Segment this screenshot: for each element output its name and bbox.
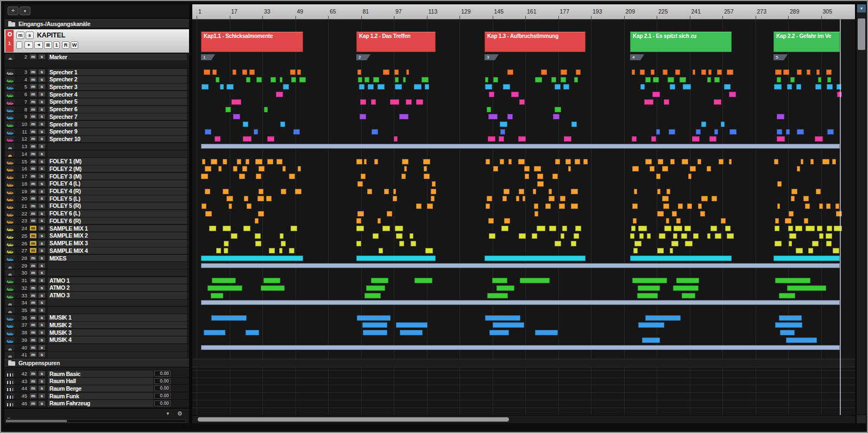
clip[interactable]	[709, 136, 716, 142]
clip[interactable]	[817, 226, 822, 231]
clip[interactable]	[561, 69, 567, 75]
clip[interactable]	[676, 218, 681, 224]
solo-button[interactable]: s	[38, 129, 46, 135]
clip[interactable]	[727, 69, 734, 75]
clip[interactable]	[356, 159, 362, 164]
clip[interactable]	[537, 226, 545, 231]
clip[interactable]	[524, 166, 530, 171]
clip[interactable]	[204, 69, 210, 75]
clip[interactable]	[410, 233, 413, 239]
track-list-settings-icon[interactable]: ⚙	[175, 410, 185, 417]
track-row-foley-2-m-[interactable]: 16msFOLEY 2 (M)	[4, 165, 189, 173]
clip[interactable]	[496, 285, 514, 291]
clip[interactable]	[725, 226, 731, 231]
clip[interactable]	[714, 129, 719, 135]
clip[interactable]	[207, 285, 242, 291]
clip[interactable]	[267, 136, 274, 142]
mute-button[interactable]: m	[29, 352, 37, 358]
clip[interactable]	[673, 285, 699, 291]
track-row-sample-mix-3[interactable]: 26msSAMPLE MIX 3	[4, 240, 189, 247]
mute-button[interactable]: m	[29, 337, 37, 343]
clip[interactable]	[205, 189, 210, 194]
clip[interactable]	[493, 166, 498, 171]
clip[interactable]	[775, 69, 782, 75]
clip[interactable]	[205, 129, 211, 135]
clip[interactable]	[651, 69, 654, 75]
clip[interactable]	[227, 196, 234, 201]
chapter-marker[interactable]: Kap1.1 - Schicksalmomente	[201, 31, 303, 52]
clip[interactable]	[826, 233, 832, 239]
solo-button[interactable]: s	[38, 378, 46, 384]
clip[interactable]	[218, 166, 222, 171]
clip[interactable]	[243, 226, 250, 231]
clip[interactable]	[564, 136, 571, 142]
timeline-ruler[interactable]: 1173349658197113129145161177193209225241…	[192, 4, 855, 20]
mute-button[interactable]: m	[29, 393, 37, 399]
clip[interactable]	[816, 69, 819, 75]
clip[interactable]	[708, 69, 712, 75]
clip[interactable]	[535, 330, 558, 335]
clip[interactable]	[777, 136, 785, 142]
clip[interactable]	[632, 203, 637, 209]
clip[interactable]	[519, 99, 525, 105]
clip[interactable]	[488, 136, 495, 142]
clip[interactable]	[710, 226, 717, 231]
clip[interactable]	[777, 114, 784, 119]
clip[interactable]	[678, 203, 683, 209]
clip[interactable]	[697, 159, 701, 164]
clip[interactable]	[687, 203, 692, 209]
divider-clip[interactable]	[201, 263, 840, 268]
mute-button[interactable]: m	[29, 385, 37, 391]
clip[interactable]	[826, 203, 831, 209]
clip[interactable]	[534, 166, 541, 171]
clip[interactable]	[775, 241, 782, 246]
clip[interactable]	[269, 248, 275, 253]
mute-button[interactable]: m	[29, 371, 37, 377]
track-row-marker[interactable]: 2msMarker	[4, 53, 189, 68]
clip[interactable]	[810, 159, 814, 164]
solo-button[interactable]: s	[38, 181, 46, 187]
clip[interactable]	[356, 218, 361, 224]
clip[interactable]	[249, 69, 255, 75]
clip[interactable]	[356, 256, 436, 261]
clip[interactable]	[225, 107, 231, 112]
clip[interactable]	[356, 241, 361, 246]
clip[interactable]	[714, 99, 721, 105]
track-row-sprecher-1[interactable]: 3msSprecher 1	[4, 68, 189, 76]
mute-button[interactable]: m	[29, 99, 37, 105]
clip[interactable]	[280, 122, 285, 127]
clip[interactable]	[555, 84, 561, 90]
clip[interactable]	[371, 99, 376, 105]
clip[interactable]	[424, 174, 430, 179]
track-row-sprecher-9[interactable]: 11msSprecher 9	[4, 128, 189, 136]
clip[interactable]	[634, 189, 637, 194]
clip[interactable]	[786, 338, 817, 343]
marker-flag[interactable]: 2	[356, 54, 370, 60]
clip[interactable]	[416, 99, 424, 105]
clip[interactable]	[683, 84, 691, 90]
clip[interactable]	[696, 129, 701, 135]
clip[interactable]	[668, 77, 674, 82]
solo-button[interactable]: s	[38, 203, 46, 209]
clip[interactable]	[827, 77, 831, 82]
clip[interactable]	[561, 77, 566, 82]
clip[interactable]	[281, 189, 286, 194]
clip[interactable]	[246, 330, 259, 335]
clip[interactable]	[576, 69, 581, 75]
clip[interactable]	[672, 211, 677, 217]
clip[interactable]	[645, 159, 652, 164]
mute-button[interactable]: m	[29, 225, 37, 231]
clip[interactable]	[402, 159, 408, 164]
clip[interactable]	[568, 166, 571, 171]
clip[interactable]	[631, 226, 636, 231]
clip[interactable]	[289, 174, 295, 179]
clip[interactable]	[382, 226, 390, 231]
clip[interactable]	[664, 99, 669, 105]
clip[interactable]	[211, 293, 223, 298]
clip[interactable]	[651, 136, 656, 142]
clip[interactable]	[267, 159, 274, 164]
clip[interactable]	[549, 226, 556, 231]
clip[interactable]	[487, 293, 508, 298]
track-row-raum-fahrzeug[interactable]: 46msRaum Fahrzeug0.00	[4, 400, 189, 407]
clip[interactable]	[574, 233, 580, 239]
